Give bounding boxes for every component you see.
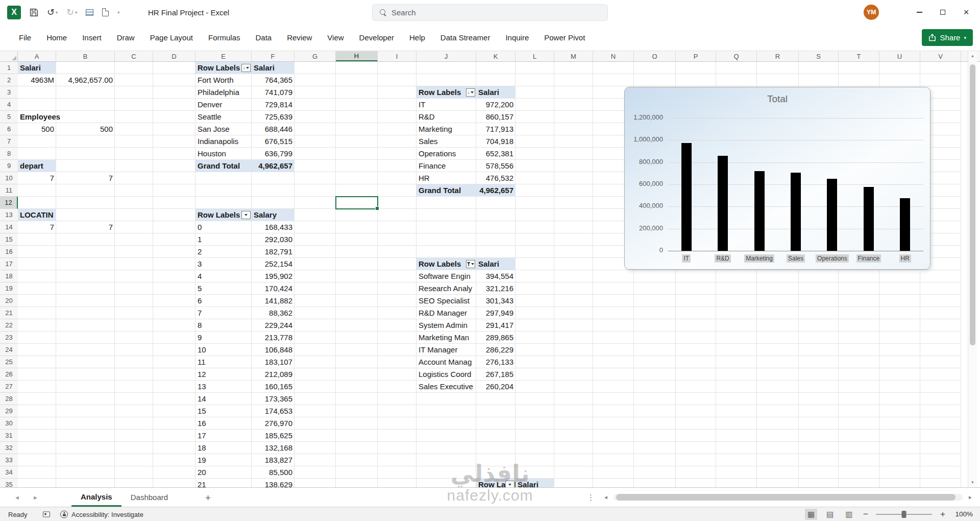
row-header-34[interactable]: 34 bbox=[0, 466, 18, 479]
row-header-5[interactable]: 5 bbox=[0, 111, 18, 123]
cell-K18[interactable]: 394,554 bbox=[476, 270, 516, 282]
row-header-26[interactable]: 26 bbox=[0, 368, 18, 381]
row-header-33[interactable]: 33 bbox=[0, 454, 18, 466]
total-chart[interactable]: Total 0200,000400,000600,000800,0001,000… bbox=[624, 87, 930, 270]
row-header-13[interactable]: 13 bbox=[0, 209, 18, 221]
cell-E29[interactable]: 15 bbox=[195, 405, 252, 417]
column-header-A[interactable]: A bbox=[18, 51, 56, 61]
cell-E17[interactable]: 3 bbox=[195, 258, 252, 270]
cell-F34[interactable]: 85,500 bbox=[252, 466, 295, 479]
row-header-14[interactable]: 14 bbox=[0, 221, 18, 233]
cell-F4[interactable]: 729,814 bbox=[252, 99, 295, 111]
row-header-29[interactable]: 29 bbox=[0, 405, 18, 417]
cell-F29[interactable]: 174,653 bbox=[252, 405, 295, 417]
column-header-J[interactable]: J bbox=[416, 51, 476, 61]
horizontal-scroll-thumb[interactable] bbox=[616, 494, 955, 501]
cell-K5[interactable]: 860,157 bbox=[476, 111, 516, 123]
cell-K27[interactable]: 260,204 bbox=[476, 381, 516, 393]
cell-J6[interactable]: Marketing bbox=[416, 123, 476, 135]
view-normal-button[interactable]: ▦ bbox=[805, 509, 817, 520]
row-header-10[interactable]: 10 bbox=[0, 172, 18, 184]
column-header-Q[interactable]: Q bbox=[716, 51, 757, 61]
zoom-slider[interactable] bbox=[876, 510, 932, 518]
column-header-P[interactable]: P bbox=[676, 51, 716, 61]
sheet-nav-right-icon[interactable]: ► bbox=[33, 494, 38, 501]
column-header-N[interactable]: N bbox=[593, 51, 634, 61]
cell-J17[interactable]: Row Labels bbox=[416, 258, 476, 270]
ribbon-tab-insert[interactable]: Insert bbox=[75, 25, 109, 51]
ribbon-tab-data-streamer[interactable]: Data Streamer bbox=[433, 25, 498, 51]
filter-dropdown-button-K35[interactable] bbox=[505, 481, 514, 487]
cell-K24[interactable]: 286,229 bbox=[476, 344, 516, 356]
cell-J18[interactable]: Software Engin bbox=[416, 270, 476, 282]
ribbon-tab-page-layout[interactable]: Page Layout bbox=[142, 25, 201, 51]
cell-K22[interactable]: 291,417 bbox=[476, 319, 516, 331]
cell-E28[interactable]: 14 bbox=[195, 393, 252, 405]
scroll-down-icon[interactable]: ▼ bbox=[968, 480, 977, 485]
row-header-30[interactable]: 30 bbox=[0, 417, 18, 430]
cell-K7[interactable]: 704,918 bbox=[476, 135, 516, 148]
column-header-E[interactable]: E bbox=[195, 51, 252, 61]
cell-F25[interactable]: 183,107 bbox=[252, 356, 295, 368]
row-header-1[interactable]: 1 bbox=[0, 62, 18, 74]
scroll-right-icon[interactable]: ► bbox=[966, 494, 975, 500]
cell-E24[interactable]: 10 bbox=[195, 344, 252, 356]
cell-K21[interactable]: 297,949 bbox=[476, 307, 516, 319]
column-header-M[interactable]: M bbox=[554, 51, 593, 61]
cell-F24[interactable]: 106,848 bbox=[252, 344, 295, 356]
cell-F5[interactable]: 725,639 bbox=[252, 111, 295, 123]
cell-F33[interactable]: 183,827 bbox=[252, 454, 295, 466]
cell-F35[interactable]: 138,629 bbox=[252, 479, 295, 487]
cell-J19[interactable]: Research Analy bbox=[416, 282, 476, 295]
cell-F19[interactable]: 170,424 bbox=[252, 282, 295, 295]
redo-button[interactable]: ↻ ▾ bbox=[66, 8, 77, 17]
cell-J8[interactable]: Operations bbox=[416, 148, 476, 160]
row-header-7[interactable]: 7 bbox=[0, 135, 18, 148]
cell-J5[interactable]: R&D bbox=[416, 111, 476, 123]
customize-toolbar-button[interactable]: ▾ bbox=[117, 10, 119, 15]
cell-K23[interactable]: 289,865 bbox=[476, 331, 516, 344]
cell-F32[interactable]: 132,168 bbox=[252, 442, 295, 454]
cell-J26[interactable]: Logistics Coord bbox=[416, 368, 476, 381]
share-button[interactable]: Share ▾ bbox=[922, 29, 973, 46]
cell-F13[interactable]: Salary bbox=[252, 209, 295, 221]
cell-E25[interactable]: 11 bbox=[195, 356, 252, 368]
row-header-35[interactable]: 35 bbox=[0, 479, 18, 487]
filter-dropdown-button-E13[interactable] bbox=[241, 211, 251, 219]
cell-A10[interactable]: 7 bbox=[18, 172, 56, 184]
cell-F2[interactable]: 764,365 bbox=[252, 74, 295, 86]
ribbon-tab-data[interactable]: Data bbox=[248, 25, 279, 51]
cell-K35[interactable]: Row Labels bbox=[476, 479, 516, 487]
cell-A14[interactable]: 7 bbox=[18, 221, 56, 233]
cell-J3[interactable]: Row Labels↓ bbox=[416, 86, 476, 99]
cell-K17[interactable]: Salari bbox=[476, 258, 516, 270]
column-header-G[interactable]: G bbox=[295, 51, 336, 61]
cell-F23[interactable]: 213,778 bbox=[252, 331, 295, 344]
column-header-C[interactable]: C bbox=[115, 51, 153, 61]
ribbon-tab-inquire[interactable]: Inquire bbox=[498, 25, 536, 51]
cell-E14[interactable]: 0 bbox=[195, 221, 252, 233]
search-box[interactable] bbox=[372, 4, 608, 21]
row-header-21[interactable]: 21 bbox=[0, 307, 18, 319]
cell-E8[interactable]: Houston bbox=[195, 148, 252, 160]
cell-K4[interactable]: 972,200 bbox=[476, 99, 516, 111]
chevron-down-icon[interactable]: ▾ bbox=[964, 35, 966, 40]
cell-F16[interactable]: 182,791 bbox=[252, 246, 295, 258]
view-page-break-button[interactable]: ▥ bbox=[843, 509, 855, 520]
cell-F30[interactable]: 276,970 bbox=[252, 417, 295, 430]
column-header-S[interactable]: S bbox=[799, 51, 839, 61]
column-header-F[interactable]: F bbox=[252, 51, 295, 61]
cell-B10[interactable]: 7 bbox=[56, 172, 115, 184]
cell-J20[interactable]: SEO Specialist bbox=[416, 295, 476, 307]
cell-E23[interactable]: 9 bbox=[195, 331, 252, 344]
column-header-V[interactable]: V bbox=[920, 51, 961, 61]
cell-E20[interactable]: 6 bbox=[195, 295, 252, 307]
undo-button[interactable]: ↺ ▾ bbox=[47, 8, 58, 17]
cell-E34[interactable]: 20 bbox=[195, 466, 252, 479]
cell-K3[interactable]: Salari bbox=[476, 86, 516, 99]
row-header-22[interactable]: 22 bbox=[0, 319, 18, 331]
cell-F20[interactable]: 141,882 bbox=[252, 295, 295, 307]
cell-E22[interactable]: 8 bbox=[195, 319, 252, 331]
ribbon-tab-view[interactable]: View bbox=[320, 25, 351, 51]
cell-B6[interactable]: 500 bbox=[56, 123, 115, 135]
